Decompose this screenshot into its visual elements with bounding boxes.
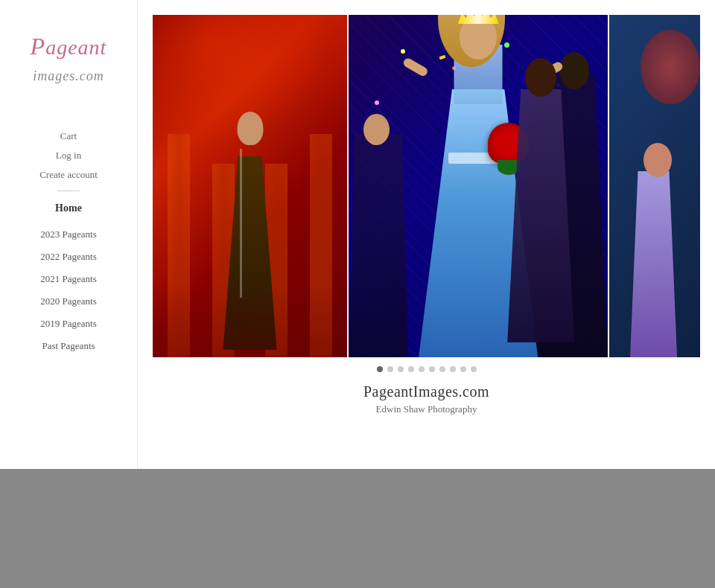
slideshow-dots <box>153 366 700 372</box>
logo-main-text: Pageant images.com <box>31 33 107 86</box>
login-link[interactable]: Log in <box>0 146 137 165</box>
site-info: PageantImages.com Edwin Shaw Photography <box>153 383 700 415</box>
crowning-figure <box>503 45 578 342</box>
dot-0[interactable] <box>377 366 383 372</box>
dot-5[interactable] <box>429 366 435 372</box>
winner-crown <box>458 15 499 24</box>
crown-shape <box>458 15 499 24</box>
nav-divider <box>57 191 80 191</box>
dot-4[interactable] <box>419 366 425 372</box>
dot-7[interactable] <box>450 366 456 372</box>
crowning-head <box>525 58 556 97</box>
mic-stand <box>240 149 242 298</box>
footer <box>0 469 715 588</box>
slide-1 <box>153 15 347 357</box>
sidebar-item-past-pageants[interactable]: Past Pageants <box>0 335 137 357</box>
dot-1[interactable] <box>387 366 393 372</box>
dot-6[interactable] <box>439 366 445 372</box>
slide-3 <box>609 15 700 357</box>
slideshow-images <box>153 15 700 357</box>
slide-2 <box>349 15 608 357</box>
site-title: PageantImages.com <box>153 383 700 400</box>
sidebar-item-2023-pageants[interactable]: 2023 Pageants <box>0 223 137 246</box>
crowning-gown <box>507 89 574 342</box>
sidebar-item-2021-pageants[interactable]: 2021 Pageants <box>0 268 137 290</box>
slide3-figure <box>628 171 680 357</box>
sidebar-item-home[interactable]: Home <box>0 197 137 220</box>
slide3-bg <box>609 15 700 357</box>
cart-link[interactable]: Cart <box>0 127 137 146</box>
sidebar-item-2019-pageants[interactable]: 2019 Pageants <box>0 313 137 335</box>
dot-3[interactable] <box>408 366 414 372</box>
sidebar-item-2022-pageants[interactable]: 2022 Pageants <box>0 246 137 268</box>
sidebar-item-2020-pageants[interactable]: 2020 Pageants <box>0 290 137 313</box>
site-logo[interactable]: Pageant images.com <box>31 33 107 86</box>
arm-left <box>402 57 429 77</box>
sidebar: Pageant images.com Cart Log in Create ac… <box>0 0 138 469</box>
flowers <box>641 30 700 104</box>
dot-8[interactable] <box>460 366 466 372</box>
performer-head <box>237 112 263 145</box>
site-subtitle: Edwin Shaw Photography <box>153 403 700 415</box>
stage-backdrop <box>153 283 347 357</box>
dot-9[interactable] <box>471 366 477 372</box>
main-content: PageantImages.com Edwin Shaw Photography <box>138 0 715 469</box>
create-account-link[interactable]: Create account <box>0 165 137 185</box>
dot-2[interactable] <box>398 366 404 372</box>
slideshow <box>153 15 700 357</box>
sidebar-navigation: Cart Log in Create account Home 2023 Pag… <box>0 127 137 357</box>
logo-area[interactable]: Pageant images.com <box>13 15 124 104</box>
